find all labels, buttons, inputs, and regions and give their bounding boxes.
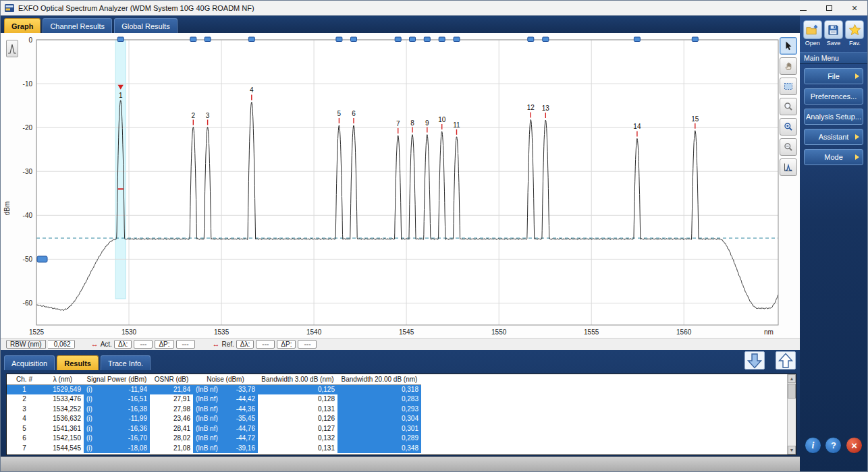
exit-button[interactable]: × [846, 437, 863, 454]
channel-marker-icon[interactable] [351, 37, 357, 42]
cell-ch: 4 [7, 414, 42, 424]
channel-marker-icon[interactable] [424, 37, 430, 42]
channel-marker-icon[interactable] [190, 37, 196, 42]
spectrum-chart[interactable]: 1234567891011121314151525153015351540154… [1, 33, 801, 338]
peak-label: 6 [352, 110, 356, 117]
channel-marker-icon[interactable] [205, 37, 211, 42]
favorites-tile[interactable] [845, 20, 864, 39]
rbw-label: RBW (nm) [6, 340, 46, 349]
channel-marker-icon[interactable] [410, 37, 416, 42]
menu-item-analysis-setup[interactable]: Analysis Setup... [804, 109, 863, 125]
tab-graph[interactable]: Graph [4, 18, 40, 33]
active-marker-group: ↔ Act. Δλ: --- ΔP: --- [91, 340, 195, 349]
graph-panel: 1234567891011121314151525153015351540154… [1, 33, 801, 338]
table-row-3[interactable]: 31534,252(i)-16,3827,98(InB nf)-44,360,1… [7, 404, 421, 414]
channel-marker-icon[interactable] [634, 37, 640, 42]
table-row-1[interactable]: 11529,549(i)-11,9421,84(InB nf)-33,780,1… [7, 384, 421, 394]
channel-marker-icon[interactable] [692, 37, 698, 42]
cell-signal-power-dbm: (i)-16,51 [84, 394, 150, 405]
channel-marker-icon[interactable] [395, 37, 401, 42]
window-title: EXFO Optical Spectrum Analyzer (WDM Syst… [18, 4, 254, 12]
status-bar: RBW (nm) 0,062 ↔ Act. Δλ: --- ΔP: --- ↔ … [1, 338, 801, 350]
table-row-6[interactable]: 61542,150(i)-16,7028,02(InB nf)-44,720,1… [7, 434, 421, 444]
menu-item-preferences[interactable]: Preferences... [804, 88, 863, 105]
cell-osnr-db: 28,41 [150, 423, 193, 434]
zoom-in-icon [783, 121, 794, 132]
channel-marker-icon[interactable] [117, 37, 124, 42]
cell-osnr-db: 23,46 [150, 414, 193, 424]
channel-marker-icon[interactable] [439, 37, 445, 42]
info-button[interactable]: i [805, 437, 821, 454]
channel-marker-icon[interactable] [528, 37, 534, 42]
menu-item-label: Mode [824, 153, 843, 161]
cell-noise-dbm: (InB nf)-44,36 [193, 404, 258, 414]
tab-results[interactable]: Results [57, 355, 99, 370]
channel-marker-icon[interactable] [543, 37, 549, 42]
save-tile[interactable] [824, 20, 843, 39]
cell-bandwidth-20-00-db-nm: 0,293 [337, 404, 421, 414]
cell-signal-power-dbm: (i)-11,99 [84, 414, 150, 424]
zoom-in-tool-button[interactable] [780, 118, 797, 136]
table-row-7[interactable]: 71544,545(i)-18,0821,08(InB nf)-39,160,1… [7, 443, 421, 453]
ref-label: Ref. [222, 341, 234, 348]
cell-bandwidth-20-00-db-nm: 0,304 [337, 414, 421, 424]
save-label: Save [827, 40, 841, 47]
expand-down-button[interactable] [744, 351, 765, 370]
cell-ch: 5 [7, 423, 42, 434]
table-row-5[interactable]: 51541,361(i)-16,3628,41(InB nf)-44,760,1… [7, 423, 421, 434]
close-button[interactable]: × [842, 1, 867, 16]
level-marker-icon[interactable] [37, 256, 47, 262]
plot-area[interactable] [36, 40, 778, 325]
open-tile[interactable] [803, 20, 822, 39]
tab-global-results[interactable]: Global Results [114, 18, 178, 33]
cell-nm: 1529,549 [42, 384, 84, 394]
tab-trace-info[interactable]: Trace Info. [101, 355, 151, 370]
auto-scale-tool-button[interactable] [780, 158, 797, 176]
peak-label: 10 [438, 116, 446, 123]
help-button[interactable]: ? [825, 437, 842, 454]
cell-signal-power-dbm: (i)-18,08 [84, 443, 150, 453]
open-button[interactable]: Open [803, 20, 822, 47]
y-axis-unit: dBm [3, 202, 11, 216]
cell-osnr-db: 21,08 [150, 443, 193, 453]
col-header-bandwidth-3-00-db-nm: Bandwidth 3.00 dB (nm) [258, 374, 337, 384]
rbw-value[interactable]: 0,062 [48, 340, 75, 349]
expand-up-button[interactable] [776, 351, 796, 370]
floppy-save-icon [827, 24, 840, 36]
menu-item-label: Preferences... [811, 92, 857, 100]
channel-marker-icon[interactable] [336, 37, 342, 42]
zoom-area-tool-button[interactable] [780, 78, 797, 95]
tab-acquisition[interactable]: Acquisition [4, 355, 55, 370]
table-row-2[interactable]: 21533,476(i)-16,5127,91(InB nf)-44,420,1… [7, 394, 421, 405]
scroll-up-button[interactable]: ▲ [788, 374, 796, 383]
cell-bandwidth-20-00-db-nm: 0,348 [337, 443, 421, 453]
cursor-tool-button[interactable] [780, 37, 797, 55]
pan-tool-button[interactable] [780, 57, 797, 75]
cell-ch: 2 [7, 394, 42, 405]
results-table[interactable]: Ch. #λ (nm)Signal Power (dBm)OSNR (dB)No… [7, 374, 421, 453]
channel-marker-icon[interactable] [454, 37, 460, 42]
col-header-noise-dbm: Noise (dBm) [193, 374, 258, 384]
col-header-bandwidth-20-00-db-nm: Bandwidth 20.00 dB (nm) [337, 374, 421, 384]
selected-peak-dash-icon [118, 188, 124, 189]
tab-channel-results[interactable]: Channel Results [43, 18, 112, 33]
save-button[interactable]: Save [824, 20, 843, 47]
scroll-down-button[interactable]: ▼ [788, 446, 796, 454]
favorites-button[interactable]: Fav. [845, 20, 864, 47]
trace-preview-button[interactable] [6, 40, 18, 57]
menu-item-label: File [828, 72, 840, 80]
table-scrollbar[interactable]: ▲ ▼ [787, 374, 796, 454]
menu-item-mode[interactable]: Mode [804, 149, 863, 165]
table-row-4[interactable]: 41536,632(i)-11,9923,46(InB nf)-35,450,1… [7, 414, 421, 424]
peak-label: 1 [119, 92, 123, 99]
menu-item-assistant[interactable]: Assistant [804, 129, 863, 145]
channel-marker-icon[interactable] [248, 37, 254, 42]
zoom-out-tool-button[interactable] [780, 138, 797, 156]
minimize-button[interactable] [790, 1, 816, 16]
cell-noise-dbm: (InB nf)-44,72 [193, 434, 258, 444]
maximize-button[interactable] [816, 1, 842, 16]
arrow-down-icon [746, 352, 763, 370]
scrollbar-thumb[interactable] [788, 384, 796, 399]
zoom-window-tool-button[interactable] [780, 98, 797, 115]
menu-item-file[interactable]: File [804, 68, 863, 84]
